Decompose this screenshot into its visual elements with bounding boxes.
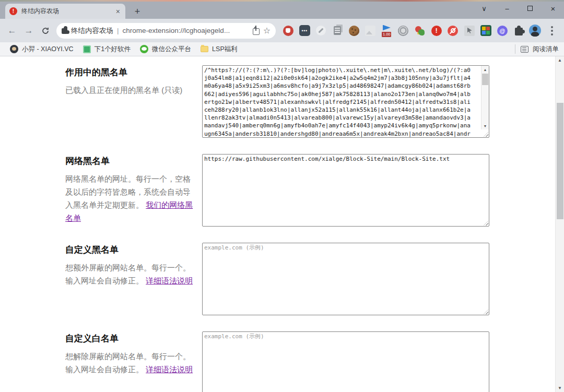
page-scrollbar[interactable]: ▲ ▼ [555, 56, 564, 392]
scrollbar-thumb[interactable] [482, 74, 488, 85]
dots-card-icon[interactable]: ••• [298, 23, 312, 38]
bookmark-item-xiaoyi[interactable]: 小羿 - XIAOYI.VC [5, 42, 78, 56]
bookmark-label: 微信公众平台 [152, 45, 191, 54]
address-site-label: 终结内容农场 [71, 26, 113, 35]
section-description: 网络黑名单的网址。每行一个，空格及以后的字符皆忽略，系统会自动导入黑名单并定期更… [65, 172, 196, 224]
tab-close-icon[interactable]: × [115, 7, 121, 16]
flag-badge: 1.00 [382, 32, 392, 37]
web-blacklist-textarea[interactable]: https://raw.githubusercontent.com/xialge… [202, 154, 489, 227]
bookmark-item-software[interactable]: 下1个好软件 [78, 42, 135, 56]
page-scrollbar-thumb[interactable] [557, 103, 563, 219]
bookmark-wechat-icon [140, 45, 148, 53]
syntax-help-link[interactable]: 详细语法说明 [146, 365, 193, 374]
reading-list-label: 阅读清单 [533, 45, 559, 54]
bookmark-item-lsp[interactable]: LSP福利 [196, 42, 242, 56]
section-title: 自定义白名单 [65, 332, 196, 345]
address-bar[interactable]: 终结内容农场 | chrome-extension://lcghoajegeld… [56, 23, 276, 39]
page-scroll-up-icon[interactable]: ▲ [556, 56, 564, 64]
bookmarks-bar: 小羿 - XIAOYI.VC 下1个好软件 微信公众平台 LSP福利 阅读清单 [0, 42, 564, 56]
extensions-puzzle-icon[interactable] [512, 23, 526, 38]
bookmark-label: 下1个好软件 [95, 45, 131, 54]
section-custom-whitelist: 自定义白名单 想解除屏蔽的网站名单。每行一个。输入网址会自动修正。 详细语法说明 [65, 331, 564, 392]
reading-list-icon [521, 46, 528, 53]
syntax-help-link[interactable]: 详细语法说明 [146, 276, 193, 285]
close-button[interactable]: × [545, 4, 561, 13]
custom-blacklist-textarea[interactable] [202, 243, 489, 315]
bookmark-label: 小羿 - XIAOYI.VC [22, 45, 74, 54]
browser-toolbar: ← → 终结内容农场 | chrome-extension://lcghoaje… [0, 19, 564, 42]
parrot-icon[interactable] [413, 23, 427, 38]
section-description: 已载入且正在使用的黑名单 (只读) [65, 84, 196, 97]
maximize-button[interactable] [522, 6, 538, 11]
textarea-scrollbar[interactable]: ▲ ▼ [481, 66, 489, 129]
profile-avatar[interactable] [528, 23, 542, 38]
minimize-button[interactable]: – [499, 5, 515, 13]
reading-list-button[interactable]: 阅读清单 [515, 44, 559, 54]
window-chevron-icon[interactable]: ∨ [476, 5, 492, 13]
section-active-blacklist: 作用中的黑名单 已载入且正在使用的黑名单 (只读) /^https?://(?:… [65, 65, 564, 138]
bookmark-item-wechat[interactable]: 微信公众平台 [135, 42, 196, 56]
spiral-icon[interactable]: @ [495, 23, 509, 38]
active-blacklist-textarea[interactable]: /^https?://(?:(?:m\.)?(?:[bv]log|photo)\… [202, 65, 489, 138]
copy-pages-icon[interactable] [331, 23, 345, 38]
image-placeholder-icon[interactable] [363, 23, 378, 38]
scroll-down-icon[interactable]: ▼ [481, 122, 489, 129]
options-page: 作用中的黑名单 已载入且正在使用的黑名单 (只读) /^https?://(?:… [0, 56, 564, 392]
window-controls: ∨ – × [476, 1, 561, 16]
content-farm-terminator-icon[interactable]: ! [429, 23, 443, 38]
bookmark-avatar-icon [10, 45, 18, 53]
eye-off-icon[interactable] [446, 23, 460, 38]
section-description: 想额外屏蔽的网站名单。每行一个。输入网址会自动修正。 详细语法说明 [65, 261, 196, 287]
extension-icons: ••• 1.00 ! @ [280, 23, 560, 38]
tab-title: 终结内容农场 [21, 7, 111, 16]
section-title: 网络黑名单 [65, 155, 196, 167]
maximize-icon [527, 6, 533, 11]
section-description: 想解除屏蔽的网站名单。每行一个。输入网址会自动修正。 详细语法说明 [65, 350, 196, 376]
section-title: 作用中的黑名单 [65, 66, 196, 78]
share-icon[interactable] [253, 28, 260, 35]
new-tab-button[interactable]: + [131, 5, 144, 18]
reload-icon [41, 27, 50, 35]
custom-whitelist-textarea[interactable] [202, 331, 489, 392]
letters-grid-icon[interactable] [479, 23, 493, 38]
section-title: 自定义黑名单 [65, 244, 196, 256]
back-button[interactable]: ← [4, 23, 20, 39]
forward-button[interactable]: → [21, 23, 37, 39]
page-scroll-down-icon[interactable]: ▼ [556, 384, 564, 392]
bookmark-label: LSP福利 [212, 45, 238, 54]
pen-icon[interactable] [314, 23, 328, 38]
adblock-hand-icon[interactable] [281, 23, 295, 38]
cursor-icon[interactable] [462, 23, 476, 38]
bookmark-folder-icon [201, 46, 208, 52]
cookie-icon[interactable] [347, 23, 361, 38]
kebab-menu-icon[interactable] [545, 23, 559, 38]
reload-button[interactable] [38, 23, 53, 39]
browser-tab[interactable]: ! 终结内容农场 × [5, 4, 125, 19]
window-titlebar: ! 终结内容农场 × + ∨ – × [0, 0, 564, 19]
address-url: chrome-extension://lcghoajegeld... [123, 27, 230, 34]
section-web-blacklist: 网络黑名单 网络黑名单的网址。每行一个，空格及以后的字符皆忽略，系统会自动导入黑… [65, 154, 564, 227]
puzzle-icon [62, 28, 67, 34]
address-separator: | [117, 27, 119, 34]
flag-badge-icon[interactable]: 1.00 [380, 23, 394, 38]
scroll-up-icon[interactable]: ▲ [481, 66, 489, 73]
section-custom-blacklist: 自定义黑名单 想额外屏蔽的网站名单。每行一个。输入网址会自动修正。 详细语法说明 [65, 243, 564, 315]
bookmark-green-app-icon [83, 45, 91, 53]
extension-favicon-icon: ! [9, 7, 17, 15]
address-text: 终结内容农场 | chrome-extension://lcghoajegeld… [71, 26, 249, 35]
bookmark-star-icon[interactable]: ☆ [263, 26, 271, 35]
emblem-icon[interactable] [396, 23, 410, 38]
